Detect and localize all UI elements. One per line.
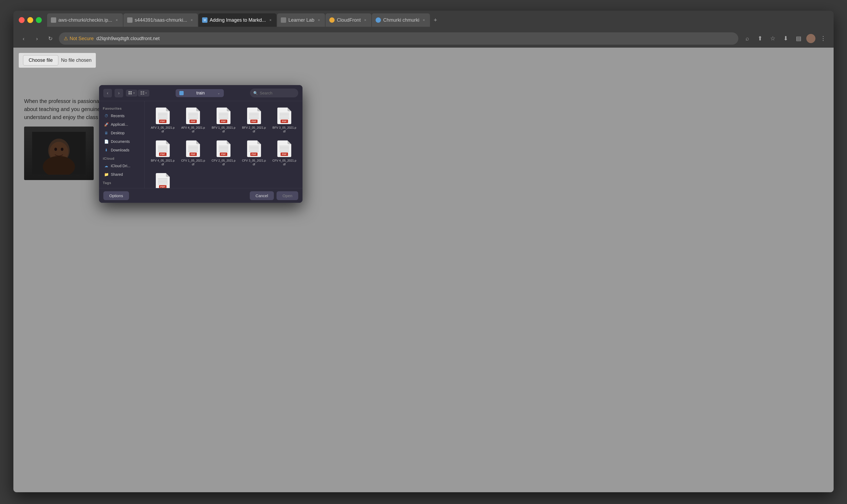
file-item[interactable]: PDFBFV 3_05_2021.pdf	[270, 105, 298, 136]
downloads-icon: ⬇	[104, 148, 109, 152]
list-icon	[141, 91, 144, 95]
file-item[interactable]: PDFCFV 1_05_2021.pdf	[179, 138, 207, 168]
location-name: train	[196, 91, 205, 95]
location-display[interactable]: train ⌄	[176, 89, 224, 97]
sidebar-label: Recents	[111, 114, 124, 118]
file-type-badge: PDF	[159, 185, 166, 188]
open-button[interactable]: Open	[277, 191, 298, 200]
list-view-button[interactable]: ▾	[138, 90, 149, 96]
sidebar-item-downloads[interactable]: ⬇ Downloads	[100, 146, 143, 154]
tab-favicon	[127, 17, 133, 23]
tags-label: Tags	[99, 179, 144, 186]
url-display: d2lqnh9wqdtgfr.cloudfront.net	[96, 36, 734, 41]
file-icon: PDF	[186, 141, 200, 157]
svg-rect-6	[128, 91, 130, 93]
folder-icon	[179, 91, 184, 95]
tab-cloudfront[interactable]: CloudFront ×	[325, 13, 371, 27]
new-tab-button[interactable]: +	[430, 15, 440, 25]
svg-point-4	[54, 148, 57, 151]
sidebar-item-tag-red[interactable]: Red	[100, 186, 143, 188]
sidebar-item-shared[interactable]: 📁 Shared	[100, 170, 143, 179]
maximize-button[interactable]	[36, 17, 42, 23]
minimize-button[interactable]	[27, 17, 33, 23]
file-icon: PDF	[186, 108, 200, 124]
menu-button[interactable]: ⋮	[818, 33, 828, 43]
reload-button[interactable]: ↻	[46, 34, 55, 43]
svg-rect-8	[128, 93, 130, 94]
download-button[interactable]: ⬇	[781, 33, 791, 43]
icon-view-button[interactable]: ▾	[126, 90, 137, 96]
back-button[interactable]: ‹	[19, 34, 29, 43]
forward-button[interactable]: ›	[32, 34, 42, 43]
tab-favicon	[51, 17, 56, 23]
browser-window: aws-chmurki/checkin.ip... × s444391/saas…	[13, 11, 834, 492]
tab-close-icon[interactable]: ×	[421, 18, 426, 22]
svg-rect-9	[130, 93, 132, 94]
file-item[interactable]: PDFCFV 4_05_2021.pdf	[270, 138, 298, 168]
choose-file-button[interactable]: Choose file	[23, 55, 58, 66]
tab-close-icon[interactable]: ×	[363, 18, 368, 22]
tab-close-icon[interactable]: ×	[189, 18, 194, 22]
profile-avatar[interactable]	[806, 34, 815, 43]
tab-learner-lab[interactable]: Learner Lab ×	[277, 13, 325, 27]
options-button[interactable]: Options	[103, 191, 129, 200]
close-button[interactable]	[19, 17, 24, 23]
svg-rect-13	[143, 93, 144, 93]
picker-back-button[interactable]: ‹	[103, 89, 112, 97]
search-icon: 🔍	[253, 91, 258, 95]
svg-rect-10	[141, 91, 142, 92]
file-item[interactable]: PDFCFV 2_05_2021.pdf	[210, 138, 237, 168]
svg-rect-14	[141, 94, 142, 94]
sidebar-item-recents[interactable]: ⏱ Recents	[100, 111, 143, 120]
sidebar-item-applications[interactable]: 🚀 Applicati...	[100, 120, 143, 129]
address-bar[interactable]: ⚠ Not Secure d2lqnh9wqdtgfr.cloudfront.n…	[59, 32, 738, 45]
file-item[interactable]: PDFCFV 3_05_2021.pdf	[240, 138, 268, 168]
sidebar-item-documents[interactable]: 📄 Documents	[100, 137, 143, 146]
sidebar-item-desktop[interactable]: 🖥 Desktop	[100, 129, 143, 137]
tab-close-icon[interactable]: ×	[268, 18, 273, 22]
file-name: AFV 4_05_2021.pdf	[181, 126, 205, 133]
cancel-button[interactable]: Cancel	[250, 191, 274, 200]
applications-icon: 🚀	[104, 122, 109, 127]
picker-forward-button[interactable]: ›	[114, 89, 123, 97]
file-item[interactable]: PDFAFV 3_05_2021.pdf	[149, 105, 177, 136]
picker-view-buttons: ▾ ▾	[126, 90, 149, 96]
file-item[interactable]: PDFBFV 2_05_2021.pdf	[240, 105, 268, 136]
share-button[interactable]: ⬆	[755, 33, 765, 43]
tab-label: CloudFront	[337, 17, 360, 23]
file-picker-dialog: ‹ › ▾	[99, 85, 302, 203]
sidebar-label: iCloud Dri...	[111, 164, 130, 168]
file-name: CFV 4_05_2021.pdf	[272, 159, 296, 166]
bookmark-button[interactable]: ☆	[768, 33, 778, 43]
tabs-bar: aws-chmurki/checkin.ip... × s444391/saas…	[47, 13, 828, 27]
file-item[interactable]: PDF	[149, 171, 177, 188]
grid-icon	[128, 91, 132, 95]
file-item[interactable]: PDFAFV 4_05_2021.pdf	[179, 105, 207, 136]
file-type-badge: PDF	[220, 152, 227, 156]
tab-label: Adding Images to Markd...	[210, 17, 266, 23]
svg-rect-7	[130, 91, 132, 93]
file-name: AFV 3_05_2021.pdf	[151, 126, 175, 133]
file-item[interactable]: PDFBFV 1_05_2021.pdf	[210, 105, 237, 136]
file-name: CFV 2_05_2021.pdf	[211, 159, 235, 166]
tab-chmurki[interactable]: Chmurki chmurki ×	[372, 13, 430, 27]
file-item[interactable]: PDFBFV 4_05_2021.pdf	[149, 138, 177, 168]
file-icon: PDF	[156, 141, 170, 157]
sidebar-toggle[interactable]: ▤	[793, 33, 804, 43]
file-type-badge: PDF	[190, 120, 197, 123]
tab-favicon	[375, 17, 381, 23]
tab-aws-checkin[interactable]: aws-chmurki/checkin.ip... ×	[47, 13, 123, 27]
recents-icon: ⏱	[104, 113, 109, 118]
tab-adding-images[interactable]: M Adding Images to Markd... ×	[198, 13, 277, 27]
page-content: Choose file No file chosen When the prof…	[13, 48, 834, 492]
zoom-button[interactable]: ⌕	[742, 33, 752, 43]
tab-close-icon[interactable]: ×	[316, 18, 321, 22]
footer-right-buttons: Cancel Open	[250, 191, 298, 200]
chevron-icon: ▾	[145, 91, 147, 94]
tab-favicon: M	[202, 17, 208, 23]
file-name: BFV 4_05_2021.pdf	[151, 159, 175, 166]
sidebar-item-icloud-drive[interactable]: ☁ iCloud Dri...	[100, 162, 143, 170]
lock-icon: ⚠	[64, 36, 68, 41]
tab-close-icon[interactable]: ×	[114, 18, 119, 22]
tab-saas-chmurki[interactable]: s444391/saas-chmurki... ×	[123, 13, 198, 27]
